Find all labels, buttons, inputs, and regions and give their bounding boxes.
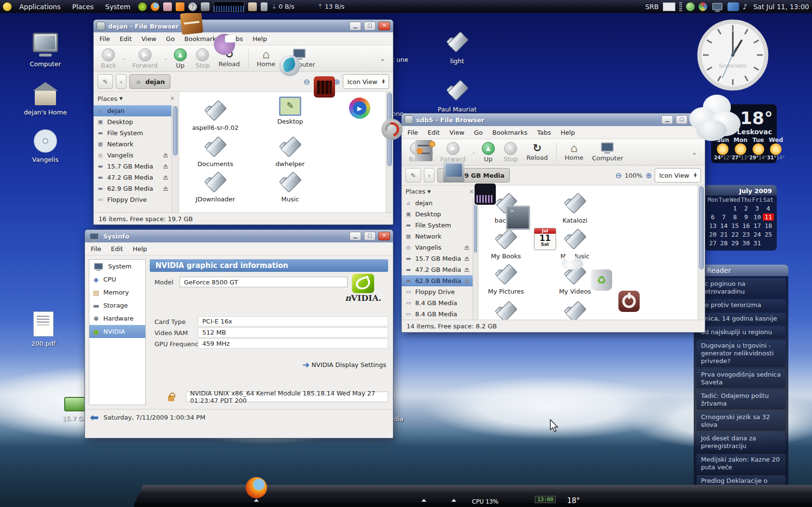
place-dejan[interactable]: ⌂dejan — [402, 197, 473, 209]
menu-help[interactable]: Help — [252, 35, 267, 42]
eject-icon[interactable] — [163, 164, 168, 169]
file-documents[interactable]: Documents — [184, 133, 247, 168]
place-file-system[interactable]: ▬File System — [402, 220, 473, 231]
firefox-launcher-icon[interactable] — [151, 2, 159, 11]
content-scrollbar[interactable] — [698, 185, 705, 320]
package-icon[interactable] — [163, 2, 172, 11]
minimize-button[interactable]: ▁ — [661, 115, 673, 124]
blender-icon[interactable] — [176, 2, 184, 11]
feed-item[interactable]: ad najskuplji u regionu — [697, 326, 785, 338]
dock-movie-player-icon[interactable] — [314, 76, 335, 98]
dock-firefox-icon[interactable] — [246, 477, 267, 498]
nvidia-settings-icon[interactable] — [138, 2, 147, 11]
sysinfo-tab-system[interactable]: System — [89, 260, 145, 273]
calendar-widget[interactable]: July 2009 MonTueWedThuFriSat 1234 678910… — [704, 185, 777, 251]
place-floppy[interactable]: ▭Floppy Drive — [402, 286, 473, 297]
zoom-out-icon[interactable]: ⊖ — [615, 171, 621, 180]
feed-item[interactable]: Dugovanja u trgovini - generator nelikvi… — [697, 340, 785, 367]
place-62gb[interactable]: ▬62.9 GB Media — [402, 275, 473, 286]
sysinfo-tab-storage[interactable]: ▬Storage — [89, 299, 145, 312]
places-header[interactable]: Places▼✕ — [402, 185, 478, 197]
menu-edit[interactable]: Edit — [111, 245, 123, 253]
file-partial[interactable] — [478, 297, 537, 320]
dock-file-manager-icon[interactable] — [415, 140, 433, 161]
place-vangelis[interactable]: ◎Vangelis — [94, 150, 171, 161]
titlebar[interactable]: Sysinfo ▁ □ ✕ — [85, 230, 393, 242]
file-aspell[interactable]: aspell6-sr-0.02 — [184, 97, 247, 131]
dock-reader-icon[interactable] — [180, 12, 203, 35]
mail-icon[interactable] — [663, 2, 675, 11]
path-scroll-left-button[interactable]: ‹ — [424, 168, 434, 183]
computer-button[interactable]: Computer — [588, 141, 627, 163]
content-scrollbar[interactable] — [386, 92, 393, 212]
toolbar-overflow-chevron[interactable]: ⌄ — [376, 55, 389, 62]
edit-location-button[interactable]: ✎ — [98, 74, 113, 89]
desktop-icon-computer[interactable]: Computer — [19, 33, 72, 68]
dock-trash-icon[interactable] — [591, 269, 612, 291]
desktop-icon-vangelis[interactable]: Vangelis — [19, 129, 72, 163]
place-dejan[interactable]: ⌂dejan — [94, 105, 171, 116]
music-note-icon[interactable]: ♪ — [743, 2, 748, 11]
place-file-system[interactable]: ▬File System — [94, 127, 171, 139]
clock-widget[interactable]: Screenlets — [697, 19, 769, 92]
titlebar[interactable]: sdb5 - File Browser ▁ □ ✕ — [402, 113, 705, 126]
menu-file[interactable]: File — [99, 35, 110, 42]
feed-item[interactable]: no protiv terorizma — [697, 299, 785, 311]
dock-weather-cloud-icon[interactable] — [562, 257, 583, 269]
tray-green-icon[interactable] — [686, 2, 695, 11]
menu-help[interactable]: Help — [133, 245, 147, 253]
menu-edit[interactable]: Edit — [120, 35, 132, 42]
forward-dropdown[interactable]: ⌄ — [472, 150, 476, 155]
place-floppy[interactable]: ▭Floppy Drive — [94, 194, 171, 205]
file-my-pictures[interactable]: My Pictures — [478, 260, 537, 295]
back-arrow-icon[interactable]: ⬅ — [90, 411, 98, 423]
minimize-button[interactable]: ▁ — [350, 232, 361, 240]
sysinfo-tab-cpu[interactable]: ◆CPU — [89, 273, 145, 286]
titlebar[interactable]: dejan - File Browser ▁ □ ✕ — [94, 20, 393, 32]
forward-button[interactable]: ▶Forward — [129, 47, 161, 70]
place-desktop[interactable]: ▣Desktop — [94, 116, 171, 127]
weather-cloud-graphic[interactable] — [689, 95, 742, 143]
tray-wallpaper-icon[interactable] — [728, 2, 739, 11]
place-84gb[interactable]: ▭8.4 GB Media — [402, 297, 473, 309]
nvidia-display-settings-link[interactable]: ➜ NVIDIA Display Settings — [302, 360, 386, 370]
screenshot-icon[interactable] — [201, 2, 210, 11]
forward-dropdown[interactable]: ⌄ — [164, 56, 168, 61]
view-mode-select[interactable]: Icon View▲▼ — [655, 168, 701, 183]
menu-help[interactable]: Help — [560, 129, 575, 136]
dock-terminal-icon[interactable] — [506, 206, 530, 230]
edit-location-button[interactable]: ✎ — [406, 168, 421, 183]
tray-swirl-icon[interactable] — [699, 2, 707, 11]
desktop-label-fragment[interactable]: dia — [394, 415, 404, 422]
close-button[interactable]: ✕ — [378, 22, 390, 30]
sidebar-scrollbar[interactable] — [473, 197, 478, 320]
maximize-button[interactable]: □ — [364, 232, 376, 240]
feed-item[interactable]: Prva ovogodišnja sednica Saveta — [697, 369, 785, 388]
eject-icon[interactable] — [464, 279, 470, 283]
feed-item[interactable]: Tadić: Odajemo poštu žrtvama — [697, 390, 785, 409]
file-partial[interactable] — [544, 297, 606, 320]
place-47gb[interactable]: ▬47.2 GB Media — [402, 264, 473, 275]
dock-browser-orb-icon[interactable] — [279, 55, 300, 76]
dock-calendar-icon[interactable]: Jul 11 Sat — [534, 228, 556, 250]
toolbar-overflow-chevron[interactable]: ⌄ — [688, 149, 701, 156]
menu-go[interactable]: Go — [474, 129, 483, 136]
feed-item[interactable]: Još deset dana za preregistraciju — [697, 433, 785, 452]
tray-display-icon[interactable] — [712, 3, 722, 10]
eject-icon[interactable] — [163, 186, 168, 191]
menu-bookmarks[interactable]: Bookmarks — [492, 129, 528, 136]
menu-places[interactable]: Places — [69, 3, 98, 11]
dock-media-player-icon[interactable] — [349, 98, 370, 119]
maximize-button[interactable]: □ — [364, 22, 376, 30]
desktop-label-fragment[interactable]: t une — [392, 56, 408, 63]
users-applet-icon[interactable] — [248, 2, 257, 11]
path-button[interactable]: ⌂dejan — [129, 74, 170, 89]
dock-cpu-monitor-icon[interactable] — [474, 183, 497, 206]
forward-button[interactable]: ▶Forward — [437, 141, 469, 164]
menu-system[interactable]: System — [101, 3, 134, 11]
file-dwhelper[interactable]: dwhelper — [259, 133, 322, 168]
place-47gb[interactable]: ▬47.2 GB Media — [94, 172, 171, 183]
help-icon[interactable]: ? — [188, 2, 197, 11]
reload-button[interactable]: ↻Reload — [523, 142, 551, 162]
back-button[interactable]: ◀Back — [98, 47, 120, 70]
